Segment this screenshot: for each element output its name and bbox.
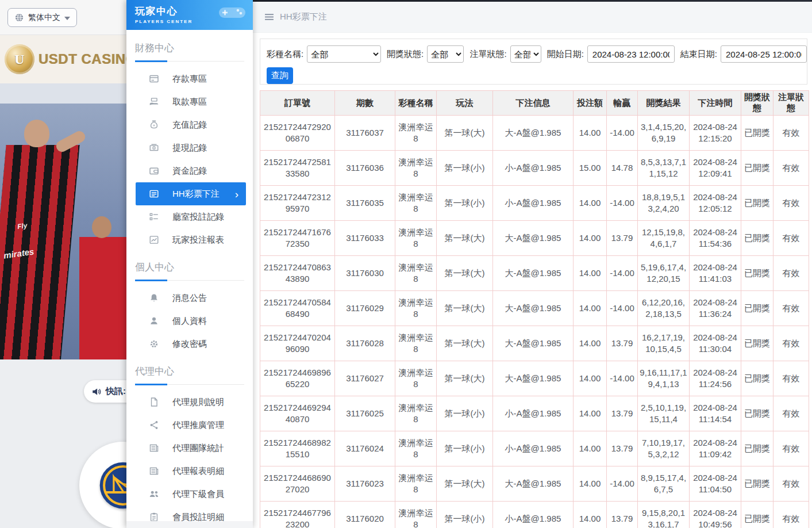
table-cell: 小-A盤@1.985 (493, 431, 574, 466)
room-record-icon (149, 212, 159, 222)
sidebar-item[interactable]: 玩家投注報表 (126, 228, 253, 251)
table-cell: 14.00 (574, 396, 607, 431)
column-header: 輸贏 (607, 91, 638, 116)
sidebar-item[interactable]: 個人資料 (126, 309, 253, 332)
table-cell: 第一球(大) (437, 221, 493, 256)
table-cell: 8,5,3,13,7,11,15,12 (638, 151, 690, 186)
table-cell: 有效 (773, 396, 809, 431)
table-cell: 14.78 (607, 151, 638, 186)
table-cell: 6,12,20,16,2,18,13,5 (638, 291, 690, 326)
table-cell: 第一球(大) (437, 361, 493, 396)
sidebar-item[interactable]: 代理推廣管理 (126, 414, 253, 437)
table-cell: 2,5,10,1,19,15,11,4 (638, 396, 690, 431)
sidebar-item-label: 會員投註明細 (172, 512, 224, 523)
table-row: 215217244698966522031176027澳洲幸运8第一球(大)大-… (260, 361, 809, 396)
order-status-filter-label: 注單狀態: (470, 49, 506, 60)
sidebar-item-label: HH彩票下注 (172, 189, 220, 200)
share-icon (149, 420, 159, 430)
table-cell: 2024-08-24 11:14:54 (690, 396, 741, 431)
table-cell: -14.00 (607, 291, 638, 326)
end-date-input[interactable] (721, 45, 807, 63)
table-cell: 澳洲幸运8 (395, 502, 437, 528)
draw-status-select[interactable]: 全部 (427, 45, 464, 63)
bets-table: 訂單號期數彩種名稱玩法下注信息投注額輸贏開獎結果下注時間開獎狀態注單狀態 215… (260, 90, 809, 528)
table-cell: 13.79 (607, 396, 638, 431)
table-cell: -14.00 (607, 256, 638, 291)
sidebar-item[interactable]: 廳室投註記錄 (126, 205, 253, 228)
globe-icon (14, 13, 24, 22)
table-cell: 2152172447258133580 (260, 151, 335, 186)
table-row: 215217244729200687031176037澳洲幸运8第一球(大)大-… (260, 116, 809, 151)
table-cell: 澳洲幸运8 (395, 221, 437, 256)
order-status-select[interactable]: 全部 (510, 45, 541, 63)
brand-logo[interactable]: U USDT CASINO (0, 35, 126, 83)
users-icon (149, 489, 159, 499)
jersey-text: Fly (17, 221, 28, 231)
sidebar-item-label: 個人資料 (172, 316, 207, 327)
sidebar-item[interactable]: 取款專區 (126, 90, 253, 113)
table-cell: 有效 (773, 431, 809, 466)
sidebar-item[interactable]: 修改密碼 (126, 332, 253, 355)
table-cell: 31176024 (335, 431, 395, 466)
sidebar-item[interactable]: 存款專區 (126, 67, 253, 90)
player-figure (79, 237, 126, 359)
column-header: 下注時間 (690, 91, 741, 116)
news-ticker[interactable]: 快訊: (84, 380, 126, 403)
table-cell: 大-A盤@1.985 (493, 116, 574, 151)
table-cell: 澳洲幸运8 (395, 326, 437, 361)
query-button[interactable]: 查詢 (267, 67, 293, 84)
column-header: 玩法 (437, 91, 493, 116)
lottery-select[interactable]: 全部 (307, 45, 381, 63)
table-cell: 小-A盤@1.985 (493, 186, 574, 221)
table-cell: 第一球(大) (437, 466, 493, 502)
table-cell: 15.00 (574, 151, 607, 186)
table-cell: 澳洲幸运8 (395, 186, 437, 221)
sidebar-item[interactable]: 資金記錄 (126, 159, 253, 182)
table-cell: 已開獎 (741, 466, 773, 502)
table-cell: 31176035 (335, 186, 395, 221)
table-cell: 2152172447292006870 (260, 116, 335, 151)
table-cell: 小-A盤@1.985 (493, 396, 574, 431)
sidebar-item[interactable]: 消息公告 (126, 286, 253, 309)
table-cell: 大-A盤@1.985 (493, 361, 574, 396)
column-header: 下注信息 (493, 91, 574, 116)
table-cell: 31176020 (335, 502, 395, 528)
end-date-label: 結束日期: (680, 49, 717, 60)
sidebar-item-label: 充值記錄 (172, 120, 207, 131)
news-icon (149, 443, 159, 453)
table-cell: 2152172447020496090 (260, 326, 335, 361)
sidebar-item[interactable]: 提現記錄 (126, 136, 253, 159)
table-cell: 7,10,19,17,5,3,2,12 (638, 431, 690, 466)
start-date-input[interactable] (587, 45, 675, 63)
clipboard-icon (149, 512, 159, 522)
table-cell: 14.00 (574, 502, 607, 528)
table-cell: 第一球(大) (437, 256, 493, 291)
sidebar-item[interactable]: 代理團隊統計 (126, 437, 253, 460)
language-selector[interactable]: 繁体中文 (7, 8, 77, 27)
table-cell: 2024-08-24 11:36:24 (690, 291, 741, 326)
sidebar-section-label: 代理中心 (135, 365, 244, 385)
sidebar-item-label: 代理團隊統計 (172, 443, 224, 454)
column-header: 開獎狀態 (741, 91, 773, 116)
table-cell: 已開獎 (741, 116, 773, 151)
table-cell: 第一球(大) (437, 291, 493, 326)
hero-photo: Fly mirates (0, 104, 126, 359)
filter-row: 彩種名稱: 全部 開獎狀態: 全部 注單狀態: 全部 開始日期: 結束日期: (260, 39, 807, 63)
sidebar-item[interactable]: 會員投註明細 (126, 506, 253, 528)
table-cell: 已開獎 (741, 502, 773, 528)
report-chart-icon (149, 235, 159, 245)
table-cell: 小-A盤@1.985 (493, 502, 574, 528)
table-cell: 澳洲幸运8 (395, 151, 437, 186)
wallet-icon (149, 166, 159, 176)
table-row: 215217244686902702031176023澳洲幸运8第一球(大)大-… (260, 466, 809, 502)
sidebar-item[interactable]: 充值記錄 (126, 113, 253, 136)
sidebar-item[interactable]: 代理下級會員 (126, 483, 253, 506)
table-cell: 第一球(小) (437, 431, 493, 466)
table-row: 215217244702049609031176028澳洲幸运8第一球(大)大-… (260, 326, 809, 361)
sidebar-item[interactable]: 代理規則說明 (126, 391, 253, 414)
sidebar-item[interactable]: 代理報表明細 (126, 460, 253, 483)
table-cell: 2152172446898215510 (260, 431, 335, 466)
menu-toggle-icon[interactable] (264, 12, 274, 22)
sidebar-item[interactable]: HH彩票下注› (136, 182, 246, 205)
table-cell: 澳洲幸运8 (395, 431, 437, 466)
